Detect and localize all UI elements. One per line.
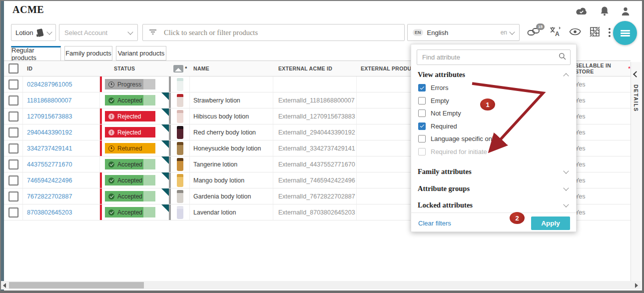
section-attribute-groups[interactable]: Attribute groups [418, 184, 568, 193]
chevron-down-icon [509, 29, 515, 34]
tab-variant-products[interactable]: Variant products [116, 46, 166, 60]
scroll-left-arrow[interactable] [3, 283, 6, 288]
product-thumbnail[interactable] [177, 174, 183, 187]
row-checkbox[interactable] [8, 192, 18, 202]
status-label: Accepted [117, 193, 142, 200]
scrollbar-thumb[interactable] [9, 282, 144, 288]
option-checkbox[interactable] [418, 84, 426, 92]
row-checkbox[interactable] [8, 160, 18, 170]
status-badge: Accepted [105, 207, 155, 218]
product-type-select[interactable]: Lotion [11, 24, 56, 41]
option-checkbox[interactable] [418, 148, 426, 156]
row-id-link[interactable]: 3342737429141 [27, 145, 72, 152]
product-name: Strawberry lotion [193, 97, 240, 104]
external-acme-id: ExternalId_1181868800007 [278, 97, 355, 104]
sellable-value: Yes [575, 193, 585, 200]
clear-filters-link[interactable]: Clear filters [418, 220, 451, 227]
row-id-link[interactable]: 1270915673883 [27, 113, 72, 120]
product-thumbnail[interactable] [177, 110, 183, 123]
option-checkbox[interactable] [418, 110, 426, 117]
option-checkbox[interactable] [418, 122, 426, 130]
col-header-status[interactable]: STATUS [100, 61, 169, 76]
link-icon[interactable]: 15 [527, 27, 540, 38]
option-label: Empty [431, 97, 449, 104]
product-thumbnail[interactable] [177, 78, 183, 91]
col-header-external-acme-id[interactable]: EXTERNAL ACME ID [273, 61, 357, 76]
product-thumbnail[interactable] [177, 142, 183, 155]
external-acme-id: ExternalId_8703802645203 [278, 209, 355, 216]
select-all-checkbox[interactable] [8, 64, 18, 74]
filter-option[interactable]: Not Empty [418, 107, 569, 120]
workflow-flag [161, 108, 169, 116]
notifications-icon[interactable] [600, 6, 609, 16]
search-input[interactable] [163, 28, 398, 38]
horizontal-scrollbar[interactable] [1, 281, 641, 290]
row-checkbox[interactable] [8, 128, 18, 138]
section-family-attributes[interactable]: Family attributes [418, 168, 568, 176]
product-thumbnail[interactable] [177, 158, 183, 171]
cloud-sync-icon[interactable] [575, 6, 588, 16]
col-header-id[interactable]: ID [23, 61, 100, 76]
find-attribute-input[interactable] [421, 53, 556, 62]
status-label: Returned [117, 145, 142, 152]
product-name: Red cherry body lotion [193, 129, 256, 136]
col-header-image[interactable]: * [171, 61, 190, 76]
row-id-link[interactable]: 0284287961005 [27, 81, 72, 88]
status-label: Accepted [117, 161, 142, 168]
option-checkbox[interactable] [418, 97, 426, 104]
filter-option[interactable]: Language specific only [418, 132, 569, 146]
filter-lines-icon[interactable] [149, 29, 157, 36]
tab-regular-products[interactable]: Regular products [11, 46, 61, 60]
filter-option[interactable]: Errors [418, 82, 569, 94]
language-short-code: en [501, 29, 507, 36]
row-checkbox[interactable] [8, 96, 18, 106]
filter-option[interactable]: Required for initiate [418, 146, 569, 158]
row-checkbox[interactable] [8, 112, 18, 122]
section-view-attributes[interactable]: View attributes [418, 70, 568, 79]
translate-icon[interactable]: A [549, 26, 561, 39]
external-acme-id: ExternalId_3342737429141 [278, 145, 355, 152]
tab-family-products[interactable]: Family products [64, 46, 112, 60]
status-badge: Returned [105, 143, 155, 154]
col-header-sellable[interactable]: SELLABLE IN STORE* [573, 61, 631, 76]
language-select[interactable]: EN English en [407, 24, 520, 41]
error-indicator [100, 76, 102, 92]
col-header-name[interactable]: NAME [190, 61, 273, 76]
option-checkbox[interactable] [418, 135, 426, 142]
row-id-link[interactable]: 7465942422496 [27, 177, 72, 184]
chevron-down-icon [127, 29, 133, 34]
chevron-up-icon [563, 73, 569, 78]
account-select[interactable]: Select Account [59, 24, 138, 41]
row-id-link[interactable]: 7672822702887 [27, 193, 72, 200]
row-id-link[interactable]: 4437552771670 [27, 161, 72, 168]
external-acme-id: ExternalId_4437552771670 [278, 161, 355, 168]
row-checkbox[interactable] [8, 176, 18, 186]
product-thumbnail[interactable] [177, 94, 183, 107]
product-thumbnail[interactable] [177, 190, 183, 203]
details-rail[interactable]: DETAILS [631, 62, 641, 289]
row-checkbox[interactable] [8, 144, 18, 154]
collapse-left-icon[interactable] [633, 71, 640, 78]
error-indicator [100, 188, 102, 204]
filter-option[interactable]: Required [418, 120, 569, 133]
product-thumbnail[interactable] [177, 126, 183, 139]
product-type-value: Lotion [15, 29, 33, 36]
product-thumbnail[interactable] [177, 206, 183, 219]
row-id-link[interactable]: 8703802645203 [27, 209, 72, 216]
preview-eye-icon[interactable] [569, 28, 581, 38]
apply-button[interactable]: Apply [531, 216, 570, 230]
row-checkbox[interactable] [8, 80, 18, 90]
row-id-link[interactable]: 1181868800007 [27, 97, 71, 104]
row-id-link[interactable]: 2940443390192 [27, 129, 72, 136]
row-checkbox[interactable] [8, 208, 18, 218]
view-attributes-options: Errors Empty Not Empty Required Language… [418, 82, 569, 158]
find-attribute-box [417, 50, 571, 65]
more-options-icon[interactable] [609, 28, 611, 37]
menu-fab-button[interactable] [613, 21, 637, 45]
section-locked-attributes[interactable]: Locked attributes [418, 201, 568, 210]
collapsed-left-sidebar[interactable] [1, 1, 4, 290]
grid-slash-icon[interactable] [590, 26, 600, 39]
workflow-flag [161, 204, 169, 212]
scroll-right-arrow[interactable] [635, 283, 638, 288]
user-icon[interactable] [621, 6, 630, 16]
